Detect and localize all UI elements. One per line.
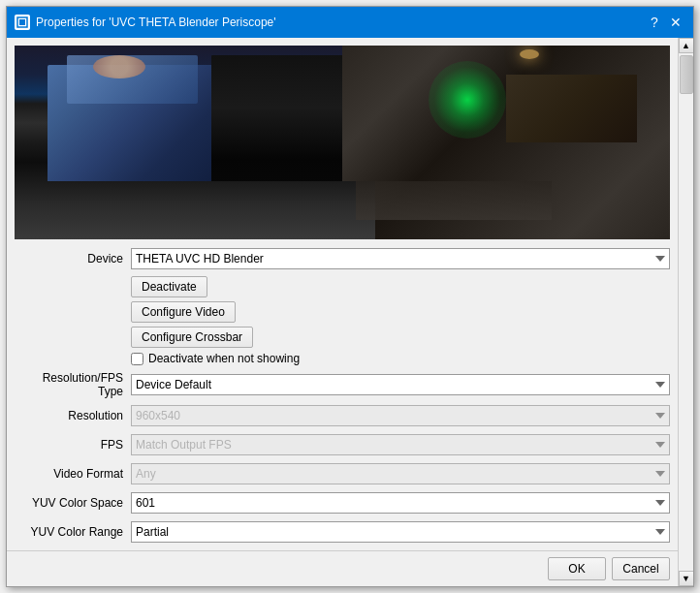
preview-area: [15, 46, 670, 239]
help-button[interactable]: ?: [645, 13, 664, 32]
resolution-fps-select[interactable]: Device Default: [131, 374, 670, 395]
title-bar: Properties for 'UVC THETA Blender Perisc…: [7, 7, 693, 38]
yuv-color-range-row: YUV Color Range Partial: [15, 520, 670, 544]
main-content: Device THETA UVC HD Blender Deactivate C…: [7, 38, 678, 586]
yuv-color-range-select[interactable]: Partial: [131, 521, 670, 543]
yuv-color-space-select[interactable]: 601: [131, 492, 670, 514]
deactivate-checkbox[interactable]: [131, 353, 143, 365]
settings-area[interactable]: Device THETA UVC HD Blender Deactivate C…: [7, 239, 678, 550]
yuv-color-space-row: YUV Color Space 601: [15, 491, 670, 515]
resolution-fps-label: Resolution/FPS Type: [15, 371, 131, 398]
close-button[interactable]: ✕: [666, 13, 685, 32]
configure-crossbar-row: Configure Crossbar: [131, 327, 670, 348]
fps-row: FPS Match Output FPS: [15, 433, 670, 456]
bookshelf: [506, 75, 637, 142]
deactivate-checkbox-row: Deactivate when not showing: [131, 352, 670, 365]
fps-label: FPS: [15, 438, 131, 452]
cancel-button[interactable]: Cancel: [612, 557, 670, 580]
resolution-row: Resolution 960x540: [15, 404, 670, 427]
person-head: [93, 55, 145, 78]
dialog-title: Properties for 'UVC THETA Blender Perisc…: [36, 16, 639, 29]
deactivate-row: Deactivate: [131, 276, 670, 297]
dialog-icon: [15, 15, 30, 30]
preview-canvas: [15, 46, 670, 239]
svg-rect-1: [19, 19, 25, 25]
scroll-thumb[interactable]: [680, 55, 693, 94]
scroll-down-arrow[interactable]: ▼: [679, 571, 694, 586]
deactivate-checkbox-label[interactable]: Deactivate when not showing: [148, 352, 300, 365]
dialog-body: Device THETA UVC HD Blender Deactivate C…: [7, 38, 693, 586]
configure-video-button[interactable]: Configure Video: [131, 301, 236, 323]
deactivate-button[interactable]: Deactivate: [131, 276, 207, 297]
yuv-color-space-label: YUV Color Space: [15, 496, 131, 510]
fps-control: Match Output FPS: [131, 434, 670, 455]
floor-area: [15, 181, 375, 239]
dialog-footer: OK Cancel: [7, 550, 678, 586]
device-control: THETA UVC HD Blender: [131, 248, 670, 269]
properties-dialog: Properties for 'UVC THETA Blender Perisc…: [6, 6, 694, 587]
scrollbar-track: ▲ ▼: [678, 38, 693, 586]
video-format-label: Video Format: [15, 467, 131, 481]
yuv-color-range-control: Partial: [131, 521, 670, 543]
scroll-up-arrow[interactable]: ▲: [679, 38, 694, 53]
configure-crossbar-button[interactable]: Configure Crossbar: [131, 327, 253, 348]
ok-button[interactable]: OK: [548, 557, 606, 580]
fps-select[interactable]: Match Output FPS: [131, 434, 670, 455]
video-format-control: Any: [131, 463, 670, 484]
lamp-light: [520, 49, 539, 59]
desk-surface: [356, 181, 553, 220]
resolution-control: 960x540: [131, 405, 670, 426]
device-row: Device THETA UVC HD Blender: [15, 247, 670, 270]
device-select[interactable]: THETA UVC HD Blender: [131, 248, 670, 269]
lamp-glow: [429, 61, 506, 139]
resolution-label: Resolution: [15, 409, 131, 422]
resolution-select[interactable]: 960x540: [131, 405, 670, 426]
device-label: Device: [15, 252, 131, 265]
yuv-color-space-control: 601: [131, 492, 670, 514]
yuv-color-range-label: YUV Color Range: [15, 525, 131, 539]
video-format-select[interactable]: Any: [131, 463, 670, 484]
resolution-fps-control: Device Default: [131, 374, 670, 395]
video-format-row: Video Format Any: [15, 462, 670, 485]
title-controls: ? ✕: [645, 13, 685, 32]
configure-video-row: Configure Video: [131, 301, 670, 323]
resolution-fps-row: Resolution/FPS Type Device Default: [15, 371, 670, 398]
